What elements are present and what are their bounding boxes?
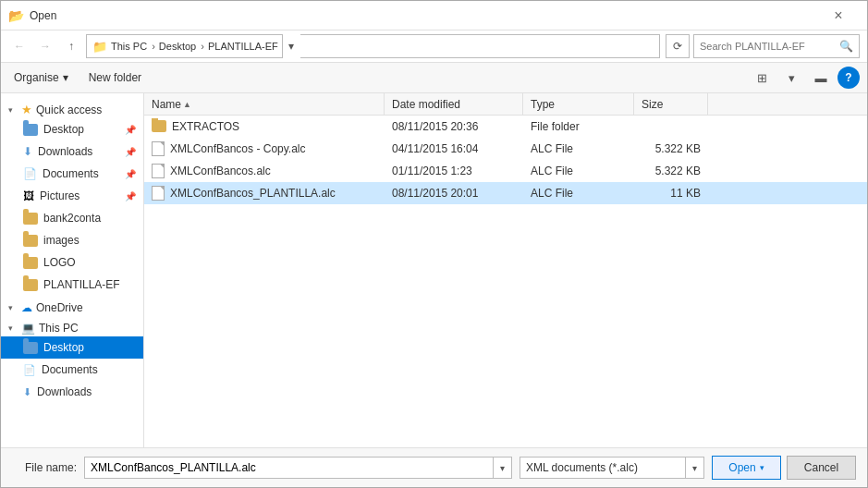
- sidebar-item-downloads-thispc[interactable]: ⬇ Downloads: [1, 381, 143, 403]
- open-button[interactable]: Open ▾: [712, 456, 781, 480]
- sidebar-item-documents-thispc[interactable]: 📄 Documents: [1, 359, 143, 381]
- sidebar-item-downloads-quick[interactable]: ⬇ Downloads 📌: [1, 140, 143, 163]
- sidebar-item-plantilla-ef[interactable]: PLANTILLA-EF: [1, 274, 143, 296]
- file-name-cell: EXTRACTOS: [144, 118, 385, 135]
- sidebar-item-documents-quick[interactable]: 📄 Documents 📌: [1, 163, 143, 185]
- toolbar-right: ⊞ ▾ ▬ ?: [749, 67, 860, 89]
- header-size[interactable]: Size: [634, 93, 708, 115]
- new-folder-button[interactable]: New folder: [81, 67, 149, 89]
- file-name-cell: XMLConfBancos.alc: [144, 162, 385, 180]
- filetype-display: XML documents (*.alc): [520, 458, 685, 478]
- file-size-cell: 5.322 KB: [634, 163, 708, 179]
- file-icon: [152, 164, 165, 178]
- folder-icon: [152, 120, 166, 132]
- pictures-icon: 🖼: [23, 189, 34, 202]
- file-type-cell: ALC File: [523, 185, 634, 201]
- view-details-button[interactable]: ▾: [778, 67, 804, 89]
- action-buttons: Open ▾ Cancel: [712, 456, 856, 480]
- file-size-cell: [634, 125, 708, 128]
- folder-icon: [23, 257, 38, 269]
- sidebar-item-desktop-quick[interactable]: Desktop 📌: [1, 118, 143, 140]
- up-button[interactable]: ↑: [60, 35, 82, 57]
- quick-access-icon: ★: [21, 103, 32, 116]
- thispc-header[interactable]: ▾ 💻 This PC: [1, 316, 143, 336]
- folder-icon: [23, 124, 38, 136]
- content-area: ▾ ★ Quick access Desktop 📌 ⬇ Downloads 📌…: [1, 93, 867, 447]
- filename-label: File name:: [12, 461, 77, 474]
- view-toggle-button[interactable]: ⊞: [749, 67, 775, 89]
- pin-icon: 📌: [125, 147, 136, 157]
- file-type-cell: File folder: [523, 118, 634, 135]
- sidebar-item-pictures-quick[interactable]: 🖼 Pictures 📌: [1, 185, 143, 207]
- file-date-cell: 01/11/2015 1:23: [385, 163, 523, 179]
- sidebar-item-images[interactable]: images: [1, 229, 143, 251]
- address-folder-icon: 📁: [92, 40, 107, 54]
- sidebar: ▾ ★ Quick access Desktop 📌 ⬇ Downloads 📌…: [1, 93, 144, 447]
- documents-icon: 📄: [23, 167, 37, 180]
- refresh-button[interactable]: ⟳: [666, 34, 690, 58]
- file-list-header: Name ▲ Date modified Type Size: [144, 93, 867, 116]
- file-type-cell: ALC File: [523, 140, 634, 157]
- filetype-dropdown[interactable]: ▾: [685, 458, 703, 478]
- back-button[interactable]: ←: [8, 35, 31, 57]
- filename-row: File name: ▾ XML documents (*.alc) ▾ Ope…: [12, 456, 856, 480]
- table-row[interactable]: XMLConfBancos.alc 01/11/2015 1:23 ALC Fi…: [144, 160, 867, 182]
- downloads-icon: ⬇: [23, 386, 31, 398]
- onedrive-icon: ☁: [21, 301, 32, 314]
- filename-input[interactable]: [85, 458, 493, 478]
- forward-button[interactable]: →: [34, 35, 56, 57]
- folder-icon: [23, 342, 38, 354]
- table-row[interactable]: XMLConfBancos - Copy.alc 04/11/2015 16:0…: [144, 138, 867, 160]
- address-part-1: Desktop ›: [159, 41, 204, 52]
- folder-icon: [23, 235, 38, 247]
- sidebar-item-logo[interactable]: LOGO: [1, 251, 143, 274]
- filename-input-wrap: ▾: [84, 457, 512, 479]
- search-box: 🔍: [693, 34, 860, 58]
- documents-icon: 📄: [23, 364, 36, 376]
- file-size-cell: 5.322 KB: [634, 140, 708, 157]
- sidebar-item-bank2conta[interactable]: bank2conta: [1, 207, 143, 229]
- header-date[interactable]: Date modified: [385, 93, 523, 115]
- address-bar[interactable]: 📁 This PC › Desktop › PLANTILLA-EF ▾: [86, 34, 660, 58]
- file-date-cell: 04/11/2015 16:04: [385, 140, 523, 157]
- address-part-2: PLANTILLA-EF: [208, 41, 278, 52]
- search-input[interactable]: [700, 41, 836, 52]
- header-type[interactable]: Type: [523, 93, 634, 115]
- table-row[interactable]: EXTRACTOS 08/11/2015 20:36 File folder: [144, 116, 867, 138]
- close-button[interactable]: ×: [817, 1, 860, 30]
- filename-dropdown[interactable]: ▾: [493, 458, 511, 478]
- search-icon: 🔍: [839, 40, 853, 53]
- file-icon: [152, 141, 165, 156]
- file-name-cell: XMLConfBancos_PLANTILLA.alc: [144, 184, 385, 202]
- open-dropdown-arrow: ▾: [760, 463, 764, 472]
- onedrive-label: OneDrive: [36, 301, 83, 314]
- address-part-0: This PC ›: [111, 41, 155, 52]
- table-row[interactable]: XMLConfBancos_PLANTILLA.alc 08/11/2015 2…: [144, 182, 867, 204]
- thispc-icon: 💻: [21, 322, 35, 335]
- filetype-select-wrap: XML documents (*.alc) ▾: [520, 457, 704, 479]
- quick-access-header[interactable]: ▾ ★ Quick access: [1, 97, 143, 118]
- file-type-cell: ALC File: [523, 163, 634, 179]
- bottom-row: File name: ▾ XML documents (*.alc) ▾ Ope…: [12, 456, 856, 480]
- title-bar-left: 📂 Open: [8, 8, 56, 23]
- preview-pane-button[interactable]: ▬: [808, 67, 834, 89]
- help-button[interactable]: ?: [837, 67, 860, 89]
- quick-access-label: Quick access: [36, 104, 102, 116]
- file-toolbar: Organise ▾ New folder ⊞ ▾ ▬ ?: [1, 63, 867, 93]
- address-dropdown[interactable]: ▾: [282, 34, 300, 58]
- address-toolbar: ← → ↑ 📁 This PC › Desktop › PLANTILLA-EF…: [1, 30, 867, 63]
- folder-icon: [23, 279, 38, 291]
- onedrive-header[interactable]: ▾ ☁ OneDrive: [1, 296, 143, 316]
- bottom-area: File name: ▾ XML documents (*.alc) ▾ Ope…: [1, 447, 867, 487]
- header-name[interactable]: Name ▲: [144, 93, 385, 115]
- open-dialog: 📂 Open × ← → ↑ 📁 This PC › Desktop › PLA…: [0, 0, 868, 488]
- file-size-cell: 11 KB: [634, 185, 708, 201]
- downloads-icon: ⬇: [23, 145, 32, 158]
- pin-icon: 📌: [125, 125, 136, 135]
- organise-button[interactable]: Organise ▾: [8, 67, 74, 89]
- cancel-button[interactable]: Cancel: [787, 456, 856, 480]
- file-list-container: Name ▲ Date modified Type Size EXTRACTOS: [144, 93, 867, 447]
- sidebar-item-desktop-thispc[interactable]: Desktop: [1, 336, 143, 359]
- thispc-label: This PC: [39, 322, 79, 335]
- file-icon: [152, 186, 165, 201]
